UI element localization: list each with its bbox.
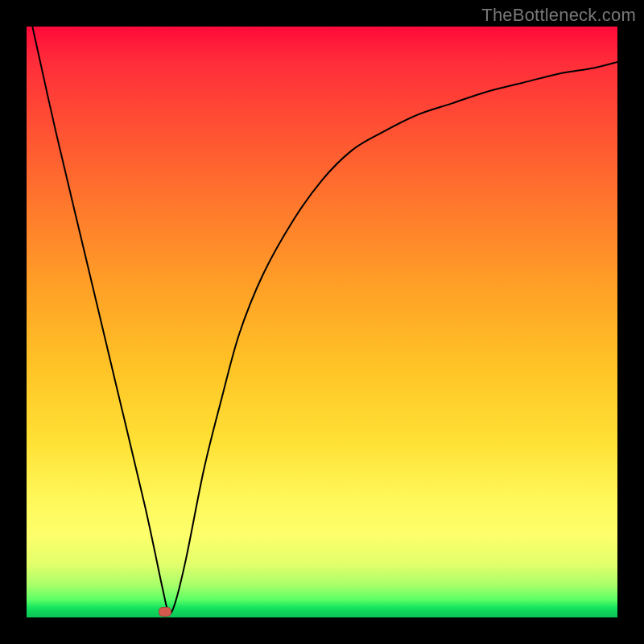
chart-frame: TheBottleneck.com [0,0,644,644]
bottleneck-curve [32,27,617,613]
optimal-point-marker [159,607,171,617]
curve-svg [27,27,617,617]
watermark-text: TheBottleneck.com [481,5,636,26]
plot-area [27,27,617,617]
